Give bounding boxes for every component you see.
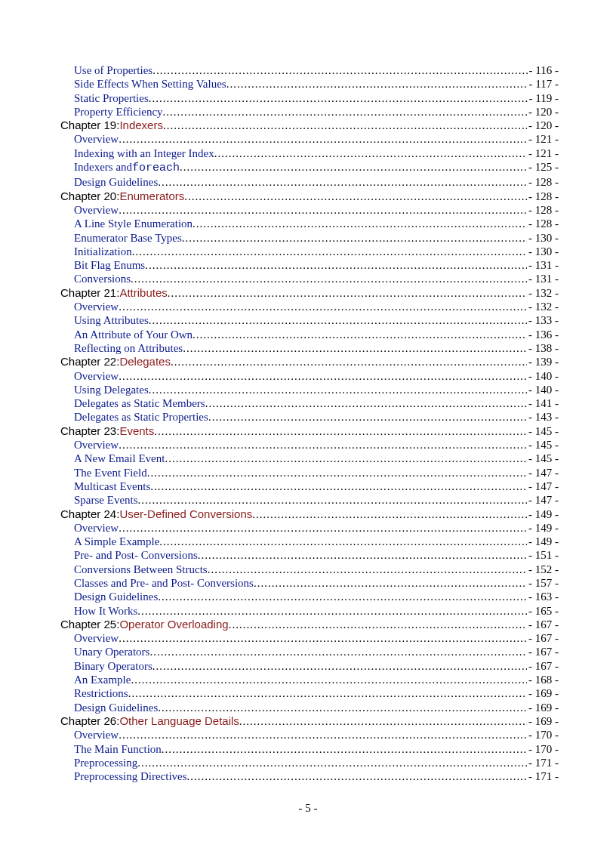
toc-page-ref[interactable]: - 130 - [527,245,559,258]
toc-page-ref[interactable]: - 163 - [527,590,559,603]
toc-entry-title[interactable]: An Example [74,673,131,686]
toc-page-ref[interactable]: - 147 - [527,466,559,480]
toc-entry-title[interactable]: Chapter 24: User-Defined Conversions [60,507,252,521]
toc-entry-title[interactable]: Delegates as Static Members [74,396,205,410]
toc-entry-title[interactable]: Conversions Between Structs [74,563,208,576]
toc-entry-title[interactable]: Overview [74,300,119,313]
toc-page-ref[interactable]: - 131 - [527,272,559,285]
toc-entry-title[interactable]: Indexers and foreach [74,160,180,175]
toc-entry-title[interactable]: How It Works [74,604,137,618]
toc-page-ref[interactable]: - 132 - [527,286,559,300]
toc-entry-title[interactable]: Conversions [74,272,131,285]
toc-entry-title[interactable]: A Line Style Enumeration [74,217,192,230]
toc-page-ref[interactable]: - 157 - [527,576,559,590]
toc-entry-title[interactable]: Indexing with an Integer Index [74,146,214,160]
toc-page-ref[interactable]: - 133 - [527,313,559,327]
toc-entry-title[interactable]: Overview [74,728,119,742]
toc-entry-title[interactable]: Reflecting on Attributes [74,341,183,355]
toc-entry-title[interactable]: Overview [74,521,119,535]
toc-page-ref[interactable]: - 145 - [527,438,559,452]
toc-page-ref[interactable]: - 130 - [527,231,559,245]
toc-page-ref[interactable]: - 149 - [527,535,559,548]
toc-entry-title[interactable]: Chapter 19: Indexers [60,119,163,132]
toc-entry-title[interactable]: Preprocessing [74,756,137,769]
toc-entry-title[interactable]: An Attribute of Your Own [74,328,192,341]
toc-page-ref[interactable]: - 128 - [527,217,559,230]
toc-entry-title[interactable]: Overview [74,369,119,383]
toc-page-ref[interactable]: - 147 - [527,493,559,507]
toc-entry-title[interactable]: A New Email Event [74,452,165,465]
toc-page-ref[interactable]: - 170 - [527,728,559,742]
toc-page-ref[interactable]: - 165 - [527,604,559,618]
toc-entry-title[interactable]: Binary Operators [74,659,152,673]
toc-entry-title[interactable]: Restrictions [74,686,128,700]
toc-entry-title[interactable]: Design Guidelines [74,701,158,714]
toc-entry-title[interactable]: Enumerator Base Types [74,231,182,245]
toc-entry-title[interactable]: Classes and Pre- and Post- Conversions [74,576,254,590]
toc-entry-title[interactable]: Design Guidelines [74,590,158,603]
toc-entry-title[interactable]: Overview [74,631,119,645]
toc-entry-title[interactable]: Chapter 21: Attributes [60,286,168,300]
toc-page-ref[interactable]: - 149 - [527,521,559,535]
toc-entry-title[interactable]: Overview [74,438,119,452]
toc-page-ref[interactable]: - 145 - [527,424,559,438]
toc-page-ref[interactable]: - 120 - [527,119,559,132]
toc-entry-title[interactable]: Preprocessing Directives [74,769,187,783]
toc-entry-title[interactable]: Pre- and Post- Conversions [74,548,198,562]
toc-page-ref[interactable]: - 116 - [528,63,559,77]
toc-page-ref[interactable]: - 138 - [527,341,559,355]
toc-entry-title[interactable]: The Main Function [74,742,162,756]
toc-entry-title[interactable]: Static Properties [74,91,149,105]
toc-entry-title[interactable]: Using Delegates [74,383,149,396]
toc-page-ref[interactable]: - 141 - [527,396,559,410]
toc-page-ref[interactable]: - 167 - [527,645,559,658]
toc-page-ref[interactable]: - 139 - [527,355,559,368]
toc-entry-title[interactable]: The Event Field [74,466,147,480]
toc-entry-title[interactable]: A Simple Example [74,535,159,548]
toc-page-ref[interactable]: - 128 - [527,203,559,217]
toc-page-ref[interactable]: - 168 - [527,673,559,686]
toc-page-ref[interactable]: - 121 - [527,132,559,146]
toc-page-ref[interactable]: - 128 - [527,190,559,203]
toc-page-ref[interactable]: - 128 - [527,175,559,189]
toc-entry-title[interactable]: Bit Flag Enums [74,258,145,272]
toc-entry-title[interactable]: Overview [74,132,119,146]
toc-page-ref[interactable]: - 169 - [527,701,559,714]
toc-entry-title[interactable]: Chapter 20: Enumerators [60,190,184,203]
toc-entry-title[interactable]: Sparse Events [74,493,138,507]
toc-entry-title[interactable]: Overview [74,203,119,217]
toc-page-ref[interactable]: - 119 - [528,91,559,105]
toc-page-ref[interactable]: - 132 - [527,300,559,313]
toc-page-ref[interactable]: - 140 - [527,369,559,383]
toc-entry-title[interactable]: Unary Operators [74,645,149,658]
toc-entry-title[interactable]: Property Efficiency [74,105,163,119]
toc-entry-title[interactable]: Multicast Events [74,480,150,493]
toc-page-ref[interactable]: - 149 - [527,507,559,521]
toc-page-ref[interactable]: - 131 - [527,258,559,272]
toc-page-ref[interactable]: - 169 - [527,714,559,728]
toc-page-ref[interactable]: - 143 - [527,410,559,424]
toc-page-ref[interactable]: - 121 - [527,146,559,160]
toc-page-ref[interactable]: - 125 - [527,160,559,174]
toc-entry-title[interactable]: Side Effects When Setting Values [74,77,226,91]
toc-entry-title[interactable]: Initialization [74,245,132,258]
toc-entry-title[interactable]: Chapter 26: Other Language Details [60,714,239,728]
toc-page-ref[interactable]: - 145 - [527,452,559,465]
toc-page-ref[interactable]: - 171 - [527,769,559,783]
toc-page-ref[interactable]: - 171 - [527,756,559,769]
toc-entry-title[interactable]: Using Attributes [74,313,149,327]
toc-page-ref[interactable]: - 170 - [527,742,559,756]
toc-entry-title[interactable]: Use of Properties [74,63,152,77]
toc-page-ref[interactable]: - 117 - [528,77,559,91]
toc-page-ref[interactable]: - 136 - [527,328,559,341]
toc-page-ref[interactable]: - 140 - [527,383,559,396]
toc-page-ref[interactable]: - 120 - [527,105,559,119]
toc-page-ref[interactable]: - 167 - [527,618,559,631]
toc-entry-title[interactable]: Chapter 22: Delegates [60,355,171,368]
toc-page-ref[interactable]: - 152 - [527,563,559,576]
toc-entry-title[interactable]: Chapter 23: Events [60,424,154,438]
toc-page-ref[interactable]: - 147 - [527,480,559,493]
toc-page-ref[interactable]: - 167 - [527,659,559,673]
toc-page-ref[interactable]: - 151 - [527,548,559,562]
toc-entry-title[interactable]: Chapter 25: Operator Overloading [60,618,229,631]
